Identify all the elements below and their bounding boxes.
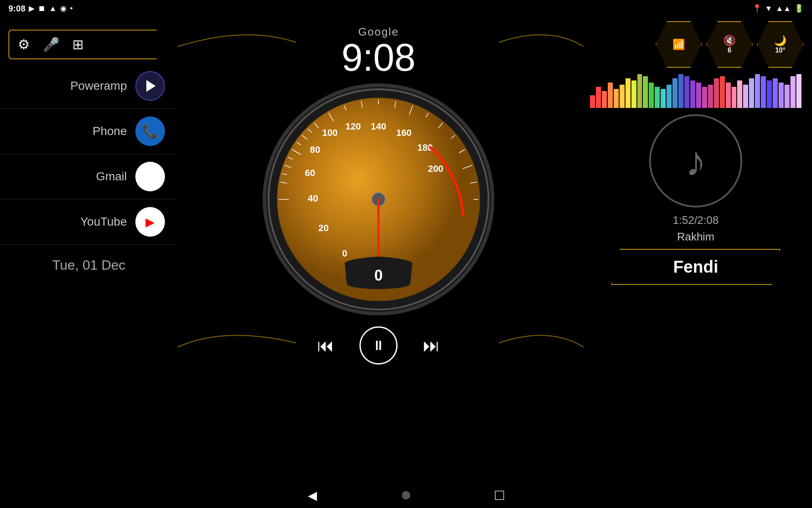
arrow-up-icon: ▲	[49, 4, 57, 13]
google-header: Google 9:08	[341, 17, 415, 77]
svg-text:0: 0	[342, 248, 347, 259]
music-controls: ⏮ ⏸ ⏭	[317, 326, 440, 364]
eq-bar-11	[655, 87, 660, 108]
gmail-icon: ✉	[135, 162, 165, 191]
youtube-icon: ▶	[135, 207, 165, 237]
stop-icon: ⏹	[38, 4, 46, 13]
center-panel: Google 9:08 140 160 1	[178, 17, 579, 483]
eq-bar-22	[720, 76, 725, 108]
svg-text:20: 20	[318, 223, 329, 233]
svg-text:120: 120	[346, 121, 361, 132]
microphone-icon[interactable]: 🎤	[43, 36, 60, 52]
eq-bar-25	[737, 80, 742, 108]
right-panel: 📶 🔇 6 🌙 10° ♪ 1:52/2:08 Rakhim Fendi	[579, 17, 812, 483]
settings-icon[interactable]: ⚙	[18, 36, 30, 52]
eq-bar-33	[785, 85, 790, 108]
signal-icon: ▲▲	[776, 4, 791, 13]
circle-icon: ◉	[60, 4, 67, 13]
app-item-phone[interactable]: Phone 📞	[0, 109, 178, 154]
eq-bar-1	[596, 87, 601, 108]
eq-bar-7	[631, 80, 636, 108]
speedometer: 140 160 180 200 120 100 80 60 40 20 0	[260, 81, 497, 318]
eq-bar-14	[672, 78, 678, 108]
eq-bar-26	[743, 85, 748, 108]
widgets-row: 📶 🔇 6 🌙 10°	[656, 21, 804, 68]
eq-bar-18	[696, 83, 701, 108]
eq-bar-20	[708, 85, 713, 108]
status-left-icons: 9:08 ▶ ⏹ ▲ ◉ •	[8, 4, 73, 14]
location-icon: 📍	[752, 4, 762, 13]
mute-widget[interactable]: 🔇 6	[706, 21, 753, 68]
pause-icon: ⏸	[372, 338, 385, 353]
eq-bar-3	[608, 83, 613, 108]
eq-bar-0	[590, 95, 595, 108]
eq-bar-32	[779, 83, 784, 108]
eq-bar-21	[714, 78, 719, 108]
eq-bar-15	[678, 74, 683, 108]
eq-bar-5	[620, 85, 625, 108]
eq-bar-8	[637, 74, 642, 108]
poweramp-icon	[135, 71, 165, 101]
eq-bar-19	[702, 87, 707, 108]
app-item-youtube[interactable]: YouTube ▶	[0, 199, 178, 245]
eq-bar-9	[643, 76, 648, 108]
home-button[interactable]	[402, 491, 410, 500]
eq-bar-2	[602, 91, 607, 108]
speedometer-svg: 140 160 180 200 120 100 80 60 40 20 0	[260, 81, 497, 318]
svg-text:140: 140	[371, 121, 387, 132]
left-panel: ⚙ 🎤 ⊞ Poweramp Phone 📞 Gmail ✉ YouTube ▶…	[0, 17, 178, 483]
eq-bar-31	[773, 78, 778, 108]
eq-bar-4	[614, 89, 619, 108]
eq-bar-16	[684, 76, 689, 108]
status-bar: 9:08 ▶ ⏹ ▲ ◉ • 📍 ▼ ▲▲ 🔋	[0, 0, 812, 17]
mute-widget-icon: 🔇	[723, 35, 736, 47]
eq-bar-30	[767, 80, 772, 108]
eq-bar-34	[790, 76, 796, 108]
svg-text:80: 80	[310, 144, 320, 155]
svg-text:160: 160	[396, 127, 412, 138]
battery-icon: 🔋	[794, 4, 804, 13]
eq-bar-29	[761, 76, 766, 108]
status-time: 9:08	[8, 4, 25, 14]
wifi-widget[interactable]: 📶	[656, 21, 702, 68]
eq-bar-27	[749, 78, 754, 108]
app-item-gmail[interactable]: Gmail ✉	[0, 154, 178, 199]
center-time: 9:08	[341, 39, 415, 77]
status-right-icons: 📍 ▼ ▲▲ 🔋	[752, 4, 804, 13]
wifi-icon: ▼	[765, 4, 773, 13]
svg-text:40: 40	[308, 193, 318, 204]
track-title[interactable]: Fendi	[611, 249, 780, 285]
date-display: Tue, 01 Dec	[0, 245, 178, 277]
track-time: 1:52/2:08	[673, 214, 719, 227]
apps-grid-icon[interactable]: ⊞	[72, 36, 84, 52]
app-label-gmail: Gmail	[13, 170, 127, 183]
equalizer	[590, 74, 801, 108]
app-label-poweramp: Poweramp	[13, 79, 127, 93]
svg-text:100: 100	[322, 127, 338, 138]
svg-text:0: 0	[374, 267, 383, 284]
music-note-icon: ♪	[685, 137, 706, 185]
eq-bar-17	[690, 80, 695, 108]
svg-text:200: 200	[428, 163, 444, 174]
eq-bar-12	[661, 89, 666, 108]
app-item-poweramp[interactable]: Poweramp	[0, 64, 178, 109]
pause-button[interactable]: ⏸	[359, 326, 398, 364]
eq-bar-10	[649, 83, 654, 108]
next-button[interactable]: ⏭	[423, 336, 440, 355]
mute-widget-value: 6	[728, 47, 732, 54]
phone-icon: 📞	[135, 116, 165, 146]
weather-widget-value: 10°	[775, 47, 785, 54]
music-icon-circle: ♪	[649, 114, 742, 207]
recents-button[interactable]	[495, 491, 504, 500]
prev-button[interactable]: ⏮	[317, 336, 334, 355]
wifi-widget-icon: 📶	[672, 39, 685, 50]
eq-bar-28	[755, 74, 760, 108]
eq-bar-23	[726, 83, 731, 108]
toolbar: ⚙ 🎤 ⊞	[8, 30, 169, 59]
app-label-youtube: YouTube	[13, 215, 127, 229]
nav-bar: ◀	[0, 483, 812, 508]
weather-widget[interactable]: 🌙 10°	[757, 21, 804, 68]
back-button[interactable]: ◀	[308, 489, 317, 502]
eq-bar-24	[732, 87, 737, 108]
svg-text:60: 60	[305, 168, 315, 178]
